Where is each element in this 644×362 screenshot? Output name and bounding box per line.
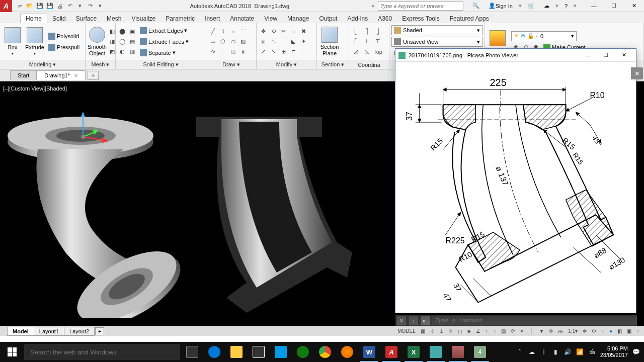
search-icon[interactable]: 🔍: [469, 2, 482, 11]
spline-icon[interactable]: ∿: [208, 47, 217, 56]
dyninput-icon[interactable]: +: [484, 327, 490, 335]
ucs2-icon[interactable]: ⎤: [362, 27, 371, 36]
align-icon[interactable]: ≡: [299, 47, 308, 56]
status-model[interactable]: MODEL: [396, 327, 417, 335]
tab-addins[interactable]: Add-ins: [343, 14, 373, 23]
cmdline-prompt-icon[interactable]: ▸_: [421, 316, 430, 325]
hatch-icon[interactable]: ▨: [238, 37, 248, 46]
filter-icon[interactable]: ▼: [537, 327, 545, 335]
rotate-icon[interactable]: ⟲: [269, 27, 278, 36]
store-icon[interactable]: [248, 342, 270, 362]
start-button[interactable]: [0, 342, 24, 362]
tab-parametric[interactable]: Parametric: [160, 14, 200, 23]
scale-icon[interactable]: ⤡: [269, 47, 278, 56]
osnap-icon[interactable]: ◻: [456, 327, 463, 335]
extend-icon[interactable]: ↔: [289, 27, 298, 36]
isolate-icon[interactable]: ◧: [616, 327, 623, 335]
new-tab-button[interactable]: +: [88, 71, 99, 80]
explode-icon[interactable]: ✦: [299, 37, 308, 46]
ellipse-icon[interactable]: ⬭: [228, 37, 237, 46]
maximize-button[interactable]: ☐: [604, 0, 624, 12]
tab-surface[interactable]: Surface: [71, 14, 102, 23]
panel-draw-title[interactable]: Draw ▾: [206, 60, 256, 69]
tab-express[interactable]: Express Tools: [397, 14, 444, 23]
transparency-icon[interactable]: ▤: [500, 327, 507, 335]
tab-home[interactable]: Home: [20, 14, 47, 23]
smooth-object-button[interactable]: Smooth Object: [88, 26, 107, 58]
command-input[interactable]: [432, 316, 637, 325]
panel-close-icon[interactable]: ✕: [631, 67, 643, 79]
edge-icon[interactable]: [203, 342, 225, 362]
monitor-icon[interactable]: +: [600, 327, 606, 335]
exchange-icon[interactable]: 🛒: [525, 2, 538, 11]
picasa-maximize-button[interactable]: ☐: [597, 49, 615, 61]
tab-featured[interactable]: Featured Apps: [445, 14, 494, 23]
cmdline-handle-icon[interactable]: ⋮: [409, 316, 418, 325]
ucs-gizmo[interactable]: [78, 112, 113, 147]
box-button[interactable]: Box▾: [2, 26, 23, 58]
thicken-icon[interactable]: ▤: [128, 37, 137, 46]
pline-icon[interactable]: ⌇: [218, 27, 227, 36]
excel-icon[interactable]: X: [403, 342, 425, 362]
picasa-taskbar-icon[interactable]: [447, 342, 469, 362]
poly-icon[interactable]: ⬠: [218, 37, 227, 46]
tab-insert[interactable]: Insert: [200, 14, 225, 23]
close-button[interactable]: ✕: [624, 0, 644, 12]
layer-combo[interactable]: ☀❄🔓▫0▾: [511, 31, 577, 41]
word-icon[interactable]: W: [358, 342, 380, 362]
photos-icon[interactable]: [425, 342, 447, 362]
tab-annotate[interactable]: Annotate: [225, 14, 259, 23]
move-icon[interactable]: ✥: [259, 27, 268, 36]
picasa-viewport[interactable]: 225 37 R10 R15 R15 R15 45° ⌀ 137 R225 R1…: [395, 62, 636, 313]
wifi-icon[interactable]: 📶: [576, 348, 584, 356]
firefox-icon[interactable]: [336, 342, 358, 362]
mirror-icon[interactable]: ⇋: [269, 37, 278, 46]
tab-visualize[interactable]: Visualize: [126, 14, 160, 23]
taskbar-clock[interactable]: 5:06 PM28/05/2017: [600, 345, 628, 358]
ucs7-icon[interactable]: ◿: [351, 47, 360, 56]
qat-undo-icon[interactable]: ↶: [65, 2, 74, 11]
ucs3-icon[interactable]: ⎦: [373, 27, 382, 36]
extrude-button[interactable]: Extrude▾: [24, 26, 45, 58]
hardware-icon[interactable]: ●: [608, 327, 614, 335]
scale-combo[interactable]: 1:1 ▾: [567, 327, 579, 335]
line-icon[interactable]: ╱: [208, 27, 217, 36]
xbox-icon[interactable]: [292, 342, 314, 362]
tab-mesh[interactable]: Mesh: [102, 14, 126, 23]
array-icon[interactable]: ⊞: [279, 47, 288, 56]
qat-open-icon[interactable]: 📂: [25, 2, 34, 11]
picasa-close-button[interactable]: ✕: [615, 49, 633, 61]
polar-icon[interactable]: ✛: [447, 327, 454, 335]
stretch-icon[interactable]: ⤢: [259, 47, 268, 56]
panel-mesh-title[interactable]: Mesh ▾: [86, 60, 115, 69]
clean-icon[interactable]: ▣: [625, 327, 633, 335]
picasa-titlebar[interactable]: 20170410191705.png - Picasa Photo Viewer…: [395, 49, 636, 62]
add-layout-button[interactable]: +: [95, 327, 104, 335]
point-icon[interactable]: ·: [218, 47, 227, 56]
intersect-icon[interactable]: ◐: [118, 47, 127, 56]
erase-icon[interactable]: ✖: [299, 27, 308, 36]
mail-icon[interactable]: [270, 342, 292, 362]
task-view-icon[interactable]: [181, 342, 203, 362]
workspace-icon[interactable]: ⚙: [590, 327, 598, 335]
circle-icon[interactable]: ○: [228, 27, 237, 36]
section-plane-button[interactable]: Section Plane: [319, 26, 340, 58]
ortho-icon[interactable]: ⊥: [438, 327, 445, 335]
fillet-icon[interactable]: ⌐: [279, 37, 288, 46]
lineweight-icon[interactable]: ≡: [492, 327, 498, 335]
arc-icon[interactable]: ⌒: [238, 27, 248, 36]
volume-icon[interactable]: 🔊: [564, 348, 572, 356]
slice-icon[interactable]: ▣: [128, 27, 137, 36]
extrude-faces-button[interactable]: Extrude Faces ▾: [138, 37, 191, 47]
ucs8-icon[interactable]: ◺: [362, 47, 371, 56]
copy-icon[interactable]: ⎘: [259, 37, 268, 46]
tab-solid[interactable]: Solid: [47, 14, 71, 23]
helix-icon[interactable]: §: [238, 47, 248, 56]
minimize-button[interactable]: —: [584, 0, 604, 12]
close-tab-icon[interactable]: ✕: [74, 73, 78, 78]
doc-tab-start[interactable]: Start: [10, 70, 37, 80]
top-icon[interactable]: Top: [373, 47, 382, 56]
qat-saveas-icon[interactable]: 💾: [45, 2, 54, 11]
bluetooth-icon[interactable]: ᛒ: [540, 348, 548, 356]
tab-layout2[interactable]: Layout2: [64, 327, 95, 336]
